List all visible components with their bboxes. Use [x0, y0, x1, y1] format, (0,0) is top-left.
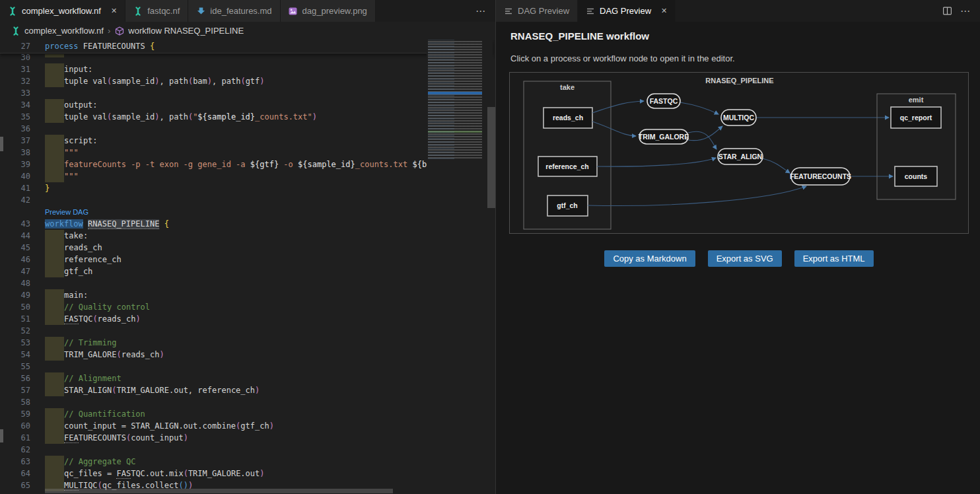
- indent-highlight: [45, 420, 64, 432]
- nextflow-icon: [8, 7, 17, 16]
- code-line-37: 37script:: [0, 135, 495, 147]
- edge-gtf_ch-FEATURECOUNTS: [588, 186, 806, 206]
- line-number: 66: [0, 491, 30, 494]
- more-actions-icon[interactable]: ⋯: [960, 5, 971, 17]
- horizontal-scrollbar[interactable]: [45, 489, 393, 493]
- tab-label: dag_preview.png: [302, 6, 367, 16]
- export-as-svg-button[interactable]: Export as SVG: [708, 250, 782, 267]
- code-lines: 3031input:32tuple val(sample_id), path(b…: [0, 52, 495, 494]
- export-as-html-button[interactable]: Export as HTML: [794, 250, 874, 267]
- dag-process-nodes: FASTQC TRIM_GALORE MULTIQC STAR_ALIGN FE…: [639, 94, 851, 185]
- line-number: 46: [0, 254, 30, 265]
- dag-preview-webview: RNASEQ_PIPELINE workflow Click on a proc…: [496, 22, 980, 494]
- indent-highlight: [45, 170, 64, 182]
- line-number: 57: [0, 384, 30, 396]
- dag-node-star-align[interactable]: [718, 149, 763, 164]
- line-number: 55: [0, 361, 30, 372]
- code-line-44: 44take:: [0, 230, 495, 242]
- code-line-36: 36: [0, 123, 495, 135]
- preview-tab-actions: ⋯: [942, 0, 971, 22]
- indent-highlight: [45, 432, 64, 444]
- line-number: 37: [0, 135, 30, 147]
- code-line-40: 40""": [0, 170, 495, 182]
- dag-title: RNASEQ_PIPELINE: [705, 77, 773, 85]
- breadcrumb-separator-icon: ›: [108, 26, 110, 36]
- code-line-62: 62: [0, 444, 495, 456]
- window-edge-mark-top: [0, 137, 3, 151]
- code-line-61: 61FEATURECOUNTS(count_input): [0, 432, 495, 444]
- line-number: 44: [0, 230, 30, 242]
- dag-node-reference-ch[interactable]: [538, 157, 597, 176]
- code-line-53: 53// Trimming: [0, 337, 495, 349]
- line-number: 34: [0, 99, 30, 111]
- code-line-47: 47gtf_ch: [0, 265, 495, 277]
- indent-highlight: [45, 75, 64, 87]
- dag-node-qc-report[interactable]: [891, 107, 941, 128]
- code-line-35: 35tuple val(sample_id), path("${sample_i…: [0, 111, 495, 123]
- code-line-52: 52: [0, 325, 495, 337]
- tab-ide-features-md[interactable]: ide_features.md: [188, 0, 280, 22]
- line-number: 35: [0, 111, 30, 123]
- edge-FASTQC-MULTIQC: [680, 102, 718, 114]
- dag-node-multiqc[interactable]: [721, 110, 756, 125]
- indent-highlight: [45, 63, 64, 75]
- indent-highlight: [45, 313, 64, 325]
- tab-dag-preview-2[interactable]: DAG Preview✕: [578, 0, 676, 22]
- code-line-57: 57STAR_ALIGN(TRIM_GALORE.out, reference_…: [0, 384, 495, 396]
- line-number: 36: [0, 123, 30, 135]
- indent-highlight: [45, 289, 64, 301]
- code-line-64: 64qc_files = FASTQC.out.mix(TRIM_GALORE.…: [0, 468, 495, 479]
- take-label: take: [560, 83, 575, 91]
- indent-highlight: [45, 468, 64, 479]
- indent-highlight: [45, 349, 64, 361]
- close-icon[interactable]: ✕: [111, 7, 117, 15]
- line-number: 45: [0, 242, 30, 254]
- dag-node-featurecounts[interactable]: [791, 168, 850, 185]
- dag-node-reads-ch[interactable]: [543, 108, 592, 128]
- dag-node-counts[interactable]: [895, 166, 937, 186]
- indent-highlight: [45, 254, 64, 265]
- more-actions-icon[interactable]: ⋯: [475, 5, 486, 17]
- code-line-32: 32tuple val(sample_id), path(bam), path(…: [0, 75, 495, 87]
- code-line-51: 51FASTQC(reads_ch): [0, 313, 495, 325]
- preview-icon: [504, 7, 513, 16]
- codelens-preview-dag[interactable]: Preview DAG: [45, 208, 88, 216]
- close-icon[interactable]: ✕: [661, 7, 667, 15]
- tab-dag-preview-1[interactable]: DAG Preview: [496, 0, 578, 22]
- breadcrumb-file[interactable]: complex_workflow.nf: [24, 26, 104, 36]
- editor-tab-actions: ⋯: [475, 0, 486, 22]
- editor-group: complex_workflow.nf✕fastqc.nfide_feature…: [0, 0, 495, 494]
- code-line-58: 58: [0, 396, 495, 408]
- tab-complex-workflow-nf[interactable]: complex_workflow.nf✕: [0, 0, 125, 22]
- copy-as-markdown-button[interactable]: Copy as Markdown: [604, 250, 695, 267]
- indent-highlight: [45, 408, 64, 420]
- tab-fastqc-nf[interactable]: fastqc.nf: [125, 0, 188, 22]
- dag-node-trim-galore[interactable]: [639, 129, 688, 144]
- vertical-scrollbar[interactable]: [487, 107, 495, 208]
- edge-reference_ch-STAR_ALIGN: [597, 158, 716, 166]
- code-editor[interactable]: 3031input:32tuple val(sample_id), path(b…: [0, 40, 495, 494]
- line-number: 31: [0, 63, 30, 75]
- code-line-49: 49main:: [0, 289, 495, 301]
- code-line-41: 41}: [0, 182, 495, 194]
- markdown-icon: [196, 7, 205, 16]
- window-edge-mark-bottom: [0, 429, 3, 442]
- breadcrumb-symbol[interactable]: workflow RNASEQ_PIPELINE: [128, 26, 244, 36]
- line-number: 41: [0, 182, 30, 194]
- dag-node-fastqc[interactable]: [647, 94, 680, 108]
- dag-node-gtf-ch[interactable]: [547, 195, 588, 216]
- code-line-48: 48: [0, 277, 495, 289]
- tab-dag-preview-png[interactable]: dag_preview.png: [281, 0, 376, 22]
- tab-label: fastqc.nf: [147, 6, 180, 16]
- line-number: 40: [0, 170, 30, 182]
- indent-highlight: [45, 159, 64, 170]
- code-line-63: 63// Aggregate QC: [0, 456, 495, 468]
- minimap[interactable]: [427, 40, 493, 494]
- line-number: 60: [0, 420, 30, 432]
- line-number: 48: [0, 277, 30, 289]
- line-number: 59: [0, 408, 30, 420]
- preview-tab-strip: DAG PreviewDAG Preview✕ ⋯: [496, 0, 980, 22]
- line-number: 47: [0, 265, 30, 277]
- split-editor-icon[interactable]: [942, 6, 952, 16]
- sticky-scroll-line[interactable]: 27process FEATURECOUNTS {: [0, 40, 493, 53]
